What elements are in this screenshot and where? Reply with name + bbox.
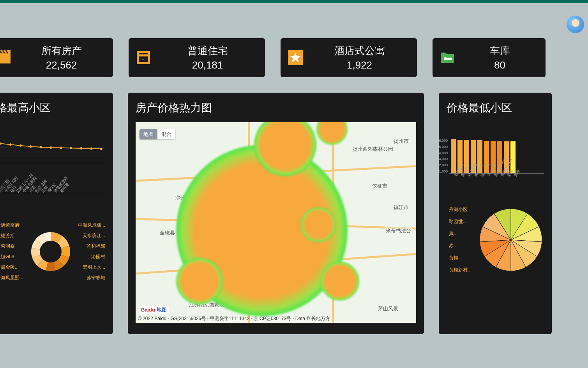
x-tick: 花山人家 (487, 171, 494, 178)
map-label: 茅山风景 (377, 305, 399, 312)
legend-item: 丹湖小区 (449, 206, 471, 213)
stat-card-garage[interactable]: 车库 80 (433, 38, 546, 77)
stat-cards-row: 所有房产 22,562 普通住宅 20,181 酒店式公寓 1,922 (0, 38, 588, 93)
legend-item: 仁恒G53 (0, 254, 23, 260)
map-label: 仪征市 (371, 183, 388, 190)
map-label: 扬州市 (393, 138, 410, 145)
map-label: 镇江市 (393, 204, 410, 211)
highest-price-line-chart[interactable]: 0,000 0,000 0,000 0,000 0,000 熙照三期水滨江花园砥… (0, 143, 105, 193)
x-tick: 碧云花苑 (467, 171, 474, 178)
highest-price-donut-chart[interactable]: 金隅紫京府拉德芳斯正荣润峯仁恒G53宜盛金陵...中海凤凰熙... 中海凤凰熙.… (0, 213, 105, 291)
legend-item: 宜盛金陵... (0, 264, 23, 271)
clapper-icon (0, 49, 12, 67)
x-tick: 瑞兴公寓 (480, 171, 487, 178)
x-tick: 水滨江花园 (3, 190, 7, 194)
x-tick: 黄梅新村东区 (500, 171, 507, 178)
x-tick: 苏园 (507, 171, 514, 178)
stat-label: 车库 (464, 44, 536, 58)
stat-card-residence[interactable]: 普通住宅 20,181 (129, 38, 265, 77)
y-tick: 2,000 (439, 163, 448, 167)
panel-title: 房产价格热力图 (136, 100, 416, 115)
x-tick: 正荣 (28, 190, 32, 194)
star-icon (286, 49, 304, 67)
lowest-price-pie-chart[interactable]: 丹湖小区颐园世...凤...赤...黄梅...黄梅新村... (447, 197, 544, 283)
x-tick: 鑫发花苑 (473, 171, 480, 178)
legend-item: 黄梅... (449, 255, 471, 261)
svg-point-16 (60, 147, 62, 149)
x-tick: 德芳斯 (59, 190, 63, 194)
y-tick: 1,000 (439, 169, 448, 173)
svg-point-15 (50, 146, 52, 149)
legend-item: 颐园世... (449, 218, 471, 225)
svg-point-13 (30, 145, 32, 148)
map-label: 米芾书法公 (385, 227, 412, 234)
stat-value: 22,562 (19, 59, 103, 71)
svg-point-12 (19, 144, 22, 147)
x-tick: 黄梅 (513, 171, 520, 178)
stat-card-all-properties[interactable]: 所有房产 22,562 (0, 38, 113, 77)
svg-rect-9 (447, 58, 452, 60)
svg-point-14 (40, 146, 42, 148)
map-attribution: © 2022 Baidu - GS(2021)6026号 - 甲测资字11111… (138, 315, 330, 322)
stat-value: 20,181 (160, 59, 255, 71)
panel-highest-price: 格最高小区 0,000 0,000 0,000 0,000 0,000 熙照三期… (0, 93, 113, 334)
folder-icon (438, 49, 456, 67)
legend-item: 沁园村 (78, 254, 105, 260)
legend-item: 苏宁睿城 (78, 275, 105, 281)
x-tick: 金陵紫京府 (53, 190, 57, 194)
y-tick: 3,000 (439, 157, 448, 161)
panel-title: 价格最低小区 (447, 100, 544, 115)
x-tick: 黄梅新村中区 (493, 171, 500, 178)
x-tick: 宏图上水一村 (15, 190, 19, 194)
stat-label: 普通住宅 (160, 44, 255, 58)
legend-item: 中海凤凰熙... (0, 275, 23, 281)
y-tick: 4,000 (439, 151, 448, 155)
y-tick: 5,000 (439, 145, 448, 149)
x-tick: 中海凤凰熙 (21, 190, 26, 194)
map-label: 全椒县 (159, 229, 176, 236)
map-label: 扬州西郊森林公园 (352, 146, 394, 153)
svg-point-17 (70, 147, 72, 149)
stat-value: 1,922 (312, 59, 407, 71)
legend-item: 拉德芳斯 (0, 232, 23, 239)
svg-point-19 (90, 148, 92, 150)
x-tick: 恒盛金陵 (34, 190, 38, 194)
lowest-price-bar-chart[interactable]: 6,000 5,000 4,000 3,000 2,000 1,000 教师公寓… (449, 139, 544, 174)
legend-item: 金隅紫京府 (0, 222, 23, 229)
legend-item: 宏图上水... (78, 264, 105, 271)
svg-point-11 (9, 143, 12, 146)
stat-value: 80 (464, 59, 536, 71)
map-type-toggle: 地图 混合 (139, 129, 175, 139)
user-avatar[interactable] (567, 16, 584, 33)
legend-item: 中海凤凰熙... (78, 222, 105, 229)
y-tick: 6,000 (439, 139, 448, 143)
x-tick: 正荣 (40, 190, 44, 194)
stat-label: 酒店式公寓 (312, 44, 407, 58)
stat-label: 所有房产 (19, 44, 103, 58)
svg-point-18 (80, 147, 82, 150)
panel-title: 格最高小区 (0, 100, 105, 115)
legend-item: 乾和福邸 (78, 243, 105, 250)
x-tick: 熙照三期 (0, 190, 1, 194)
panel-lowest-price: 价格最低小区 6,000 5,000 4,000 3,000 2,000 1,0… (439, 93, 552, 334)
top-bar (0, 0, 588, 3)
x-tick: 教师公寓 (454, 171, 461, 178)
svg-point-10 (0, 143, 2, 145)
map-toggle-hybrid[interactable]: 混合 (157, 129, 175, 139)
legend-item: 黄梅新村... (449, 267, 471, 273)
svg-point-20 (100, 148, 102, 150)
heatmap-map[interactable]: 滁州市 全椒县 南京市 仪征市 扬州市 镇江市 赤山 扬州西郊森林公园 米芾书法… (136, 122, 416, 323)
tv-icon (134, 49, 152, 67)
stat-card-hotel-apartment[interactable]: 酒店式公寓 1,922 (281, 38, 417, 77)
legend-item: 赤... (449, 243, 471, 249)
legend-item: 天水滨江... (78, 232, 105, 239)
svg-point-8 (444, 57, 447, 60)
legend-item: 正荣润峯 (0, 243, 23, 250)
x-tick: 黄海新村 (460, 171, 467, 178)
x-tick: 恒G53 (46, 190, 51, 194)
svg-rect-0 (0, 53, 11, 63)
map-toggle-map[interactable]: 地图 (139, 129, 157, 139)
svg-point-21 (40, 241, 62, 262)
legend-item: 凤... (449, 231, 471, 237)
x-tick: 砥柱 (9, 190, 13, 194)
